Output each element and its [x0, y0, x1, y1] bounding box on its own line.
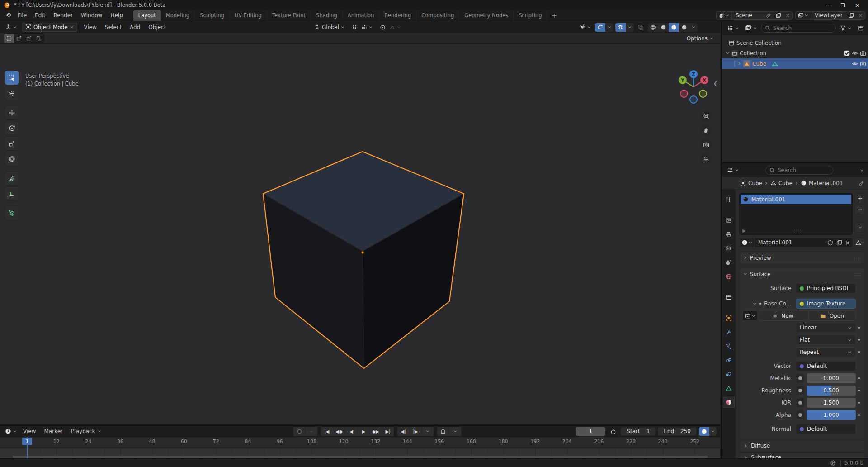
- browse-material-button[interactable]: [740, 238, 755, 247]
- view-layer-new-button[interactable]: [846, 12, 856, 19]
- tool-cursor[interactable]: [5, 86, 19, 100]
- shading-rendered-button[interactable]: [679, 23, 689, 32]
- image-open-button[interactable]: Open: [808, 311, 856, 321]
- outliner-search-input[interactable]: Search: [761, 24, 836, 33]
- object-visibility-dropdown[interactable]: [577, 24, 593, 31]
- editor-type-button[interactable]: [3, 23, 19, 31]
- tab-particles[interactable]: [723, 341, 735, 352]
- shading-solid-button[interactable]: [658, 23, 669, 32]
- shading-material-preview-button[interactable]: [669, 23, 679, 32]
- keying-dropdown[interactable]: [306, 427, 317, 436]
- tab-tool[interactable]: [723, 194, 735, 205]
- collection-render-icon[interactable]: [860, 50, 866, 57]
- timeline-ruler[interactable]: 1224364860728496108120132144156168180192…: [0, 437, 720, 447]
- breadcrumb-mesh[interactable]: Cube: [778, 180, 793, 186]
- play-button[interactable]: ▶: [358, 427, 369, 436]
- tool-rotate[interactable]: [5, 121, 19, 135]
- scene-pin-icon[interactable]: [764, 12, 774, 19]
- tab-object[interactable]: [723, 313, 735, 324]
- view-layer-browse-button[interactable]: [796, 12, 811, 19]
- value-slider[interactable]: 0.000: [807, 373, 856, 383]
- preview-panel-header[interactable]: Preview ::::: [740, 252, 865, 263]
- properties-search-input[interactable]: Search: [765, 166, 833, 175]
- show-gizmo-toggle[interactable]: [595, 23, 605, 32]
- tool-add-cube[interactable]: [5, 206, 19, 220]
- prev-frame-button[interactable]: ◀|: [397, 427, 409, 436]
- menu-item[interactable]: Edit: [31, 11, 49, 20]
- workspace-tab[interactable]: Sculpting: [195, 10, 230, 21]
- browse-image-button[interactable]: [742, 311, 758, 321]
- close-button[interactable]: ×: [855, 2, 860, 8]
- timeline-menu-item[interactable]: Marker: [40, 427, 66, 436]
- proportional-editing-toggle[interactable]: [377, 24, 388, 31]
- jump-to-end-button[interactable]: ▶|: [382, 427, 394, 436]
- pin-id-button[interactable]: [859, 180, 864, 186]
- outliner-row-collection[interactable]: Collection: [722, 48, 868, 58]
- viewport-menu-item[interactable]: View: [80, 23, 101, 32]
- tab-modifiers[interactable]: [723, 327, 735, 338]
- loop-playback-toggle[interactable]: [437, 427, 449, 436]
- workspace-tab[interactable]: Animation: [343, 10, 380, 21]
- material-slot-specials-dropdown[interactable]: [854, 222, 865, 232]
- options-dropdown[interactable]: Options: [684, 34, 717, 43]
- select-mode-intersect[interactable]: [34, 34, 44, 43]
- select-mode-set[interactable]: [4, 34, 14, 43]
- sidebar-collapse-chevron[interactable]: ❮: [713, 81, 717, 86]
- pan-button[interactable]: [700, 124, 712, 136]
- frame-step-dropdown[interactable]: [422, 427, 434, 436]
- jump-to-start-button[interactable]: |◀: [321, 427, 333, 436]
- shading-wireframe-button[interactable]: [648, 23, 658, 32]
- use-preview-range-button[interactable]: [608, 426, 618, 436]
- playback-sync-toggle[interactable]: [699, 427, 709, 436]
- workspace-tab[interactable]: Scripting: [514, 10, 547, 21]
- tab-render[interactable]: [723, 215, 735, 226]
- transform-orientation-dropdown[interactable]: Global: [312, 23, 347, 31]
- menu-item[interactable]: Help: [106, 11, 127, 20]
- collection-hide-icon[interactable]: [852, 50, 858, 57]
- base-color-node-button[interactable]: Image Texture: [796, 299, 856, 309]
- select-mode-subtract[interactable]: [24, 34, 34, 43]
- scene-browse-button[interactable]: [717, 12, 732, 19]
- material-link-dropdown[interactable]: [854, 238, 865, 248]
- viewport-3d[interactable]: Object Mode ViewSelectAddObject Global: [0, 21, 720, 424]
- fake-user-button[interactable]: [826, 239, 835, 246]
- tab-physics[interactable]: [723, 355, 735, 366]
- next-keyframe-button[interactable]: ◆▶: [370, 427, 382, 436]
- outliner-row-cube[interactable]: | Cube: [722, 58, 868, 69]
- frame-start-field[interactable]: Start 1: [621, 427, 656, 436]
- timeline-scrollbar[interactable]: [13, 456, 708, 458]
- image-setting-dropdown[interactable]: Linear: [796, 323, 856, 333]
- scene-delete-button[interactable]: [783, 12, 792, 19]
- remove-material-slot-button[interactable]: [854, 205, 865, 214]
- input-socket-button[interactable]: [796, 386, 805, 396]
- collapsed-panel-header[interactable]: Subsurface: [739, 452, 865, 458]
- orthographic-toggle-button[interactable]: [700, 152, 712, 165]
- collection-checkbox[interactable]: [844, 50, 850, 56]
- base-color-collapse-chevron[interactable]: [753, 302, 757, 306]
- viewport-canvas[interactable]: User Perspective (1) Collection | Cube: [0, 44, 720, 424]
- preview-panel-grip[interactable]: ::::: [854, 256, 861, 260]
- surface-shader-button[interactable]: Principled BSDF: [796, 283, 856, 293]
- camera-view-button[interactable]: [700, 138, 712, 151]
- breadcrumb-material[interactable]: Material.001: [809, 180, 843, 186]
- tool-select-box[interactable]: [5, 71, 19, 85]
- workspace-tab[interactable]: Geometry Nodes: [459, 10, 514, 21]
- playhead-flag[interactable]: 1: [22, 438, 32, 445]
- zoom-button[interactable]: [700, 110, 712, 122]
- tab-scene[interactable]: [723, 257, 735, 268]
- play-reverse-button[interactable]: ◀: [345, 427, 357, 436]
- prev-keyframe-button[interactable]: ◀◆: [333, 427, 345, 436]
- menu-item[interactable]: Render: [49, 11, 77, 20]
- normal-node-button[interactable]: Default: [796, 424, 856, 434]
- tool-transform[interactable]: [5, 152, 19, 166]
- overlays-dropdown[interactable]: [626, 24, 634, 30]
- material-slot-list[interactable]: Material.001 ▶ ::::: [739, 193, 853, 235]
- breadcrumb-object[interactable]: Cube: [748, 180, 762, 186]
- tool-measure[interactable]: [5, 186, 19, 201]
- properties-options-dropdown[interactable]: [858, 167, 866, 173]
- proportional-falloff-dropdown[interactable]: [387, 24, 403, 31]
- select-mode-extend[interactable]: [14, 34, 24, 43]
- cube-object[interactable]: [0, 44, 720, 424]
- shading-dropdown[interactable]: [689, 24, 698, 30]
- new-collection-button[interactable]: [855, 24, 866, 32]
